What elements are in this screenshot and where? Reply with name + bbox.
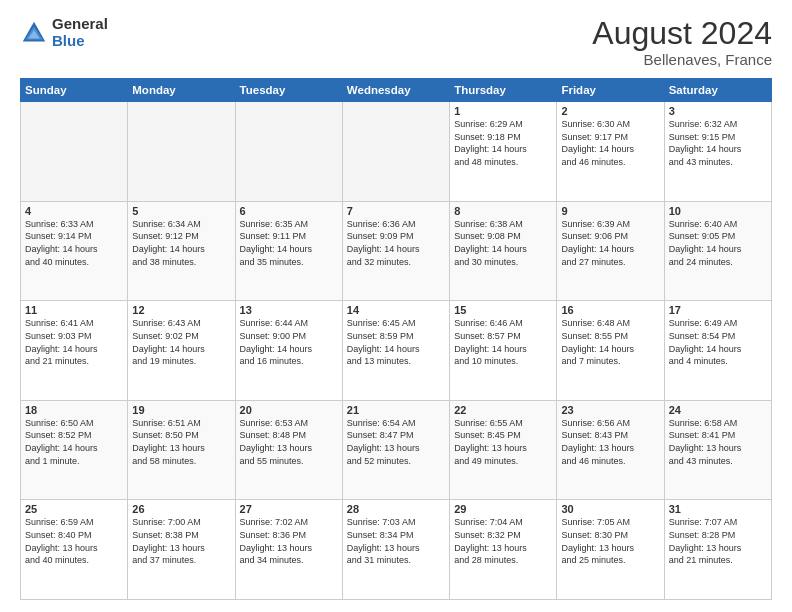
- table-row: 13Sunrise: 6:44 AMSunset: 9:00 PMDayligh…: [235, 301, 342, 401]
- day-number: 12: [132, 304, 230, 316]
- calendar-week-row: 1Sunrise: 6:29 AMSunset: 9:18 PMDaylight…: [21, 102, 772, 202]
- day-info: Sunrise: 6:44 AMSunset: 9:00 PMDaylight:…: [240, 317, 338, 367]
- day-number: 21: [347, 404, 445, 416]
- table-row: 24Sunrise: 6:58 AMSunset: 8:41 PMDayligh…: [664, 400, 771, 500]
- day-info: Sunrise: 7:02 AMSunset: 8:36 PMDaylight:…: [240, 516, 338, 566]
- calendar-week-row: 18Sunrise: 6:50 AMSunset: 8:52 PMDayligh…: [21, 400, 772, 500]
- day-number: 10: [669, 205, 767, 217]
- day-number: 29: [454, 503, 552, 515]
- day-number: 30: [561, 503, 659, 515]
- day-number: 19: [132, 404, 230, 416]
- table-row: 20Sunrise: 6:53 AMSunset: 8:48 PMDayligh…: [235, 400, 342, 500]
- table-row: 2Sunrise: 6:30 AMSunset: 9:17 PMDaylight…: [557, 102, 664, 202]
- table-row: 29Sunrise: 7:04 AMSunset: 8:32 PMDayligh…: [450, 500, 557, 600]
- table-row: 31Sunrise: 7:07 AMSunset: 8:28 PMDayligh…: [664, 500, 771, 600]
- table-row: 23Sunrise: 6:56 AMSunset: 8:43 PMDayligh…: [557, 400, 664, 500]
- table-row: 3Sunrise: 6:32 AMSunset: 9:15 PMDaylight…: [664, 102, 771, 202]
- day-info: Sunrise: 6:56 AMSunset: 8:43 PMDaylight:…: [561, 417, 659, 467]
- col-wednesday: Wednesday: [342, 79, 449, 102]
- col-tuesday: Tuesday: [235, 79, 342, 102]
- day-number: 22: [454, 404, 552, 416]
- day-number: 13: [240, 304, 338, 316]
- day-number: 8: [454, 205, 552, 217]
- logo-text: General Blue: [52, 16, 108, 49]
- col-saturday: Saturday: [664, 79, 771, 102]
- day-number: 7: [347, 205, 445, 217]
- table-row: 17Sunrise: 6:49 AMSunset: 8:54 PMDayligh…: [664, 301, 771, 401]
- table-row: [235, 102, 342, 202]
- table-row: 7Sunrise: 6:36 AMSunset: 9:09 PMDaylight…: [342, 201, 449, 301]
- day-number: 20: [240, 404, 338, 416]
- table-row: [128, 102, 235, 202]
- page: General Blue August 2024 Bellenaves, Fra…: [0, 0, 792, 612]
- day-info: Sunrise: 6:54 AMSunset: 8:47 PMDaylight:…: [347, 417, 445, 467]
- day-info: Sunrise: 6:48 AMSunset: 8:55 PMDaylight:…: [561, 317, 659, 367]
- location-subtitle: Bellenaves, France: [592, 51, 772, 68]
- table-row: 27Sunrise: 7:02 AMSunset: 8:36 PMDayligh…: [235, 500, 342, 600]
- table-row: 30Sunrise: 7:05 AMSunset: 8:30 PMDayligh…: [557, 500, 664, 600]
- day-info: Sunrise: 6:36 AMSunset: 9:09 PMDaylight:…: [347, 218, 445, 268]
- day-info: Sunrise: 7:05 AMSunset: 8:30 PMDaylight:…: [561, 516, 659, 566]
- day-number: 2: [561, 105, 659, 117]
- table-row: 1Sunrise: 6:29 AMSunset: 9:18 PMDaylight…: [450, 102, 557, 202]
- table-row: 15Sunrise: 6:46 AMSunset: 8:57 PMDayligh…: [450, 301, 557, 401]
- calendar-table: Sunday Monday Tuesday Wednesday Thursday…: [20, 78, 772, 600]
- day-number: 23: [561, 404, 659, 416]
- day-info: Sunrise: 6:40 AMSunset: 9:05 PMDaylight:…: [669, 218, 767, 268]
- day-number: 27: [240, 503, 338, 515]
- table-row: 14Sunrise: 6:45 AMSunset: 8:59 PMDayligh…: [342, 301, 449, 401]
- title-block: August 2024 Bellenaves, France: [592, 16, 772, 68]
- day-number: 26: [132, 503, 230, 515]
- day-number: 1: [454, 105, 552, 117]
- day-info: Sunrise: 6:30 AMSunset: 9:17 PMDaylight:…: [561, 118, 659, 168]
- table-row: 4Sunrise: 6:33 AMSunset: 9:14 PMDaylight…: [21, 201, 128, 301]
- calendar-week-row: 4Sunrise: 6:33 AMSunset: 9:14 PMDaylight…: [21, 201, 772, 301]
- logo-icon: [20, 19, 48, 47]
- day-number: 28: [347, 503, 445, 515]
- table-row: 26Sunrise: 7:00 AMSunset: 8:38 PMDayligh…: [128, 500, 235, 600]
- calendar-week-row: 25Sunrise: 6:59 AMSunset: 8:40 PMDayligh…: [21, 500, 772, 600]
- calendar-header-row: Sunday Monday Tuesday Wednesday Thursday…: [21, 79, 772, 102]
- day-info: Sunrise: 6:45 AMSunset: 8:59 PMDaylight:…: [347, 317, 445, 367]
- day-number: 5: [132, 205, 230, 217]
- main-title: August 2024: [592, 16, 772, 51]
- table-row: 25Sunrise: 6:59 AMSunset: 8:40 PMDayligh…: [21, 500, 128, 600]
- day-number: 15: [454, 304, 552, 316]
- day-info: Sunrise: 6:32 AMSunset: 9:15 PMDaylight:…: [669, 118, 767, 168]
- day-number: 3: [669, 105, 767, 117]
- day-info: Sunrise: 6:38 AMSunset: 9:08 PMDaylight:…: [454, 218, 552, 268]
- table-row: 11Sunrise: 6:41 AMSunset: 9:03 PMDayligh…: [21, 301, 128, 401]
- day-info: Sunrise: 6:35 AMSunset: 9:11 PMDaylight:…: [240, 218, 338, 268]
- day-info: Sunrise: 6:58 AMSunset: 8:41 PMDaylight:…: [669, 417, 767, 467]
- header: General Blue August 2024 Bellenaves, Fra…: [20, 16, 772, 68]
- table-row: 8Sunrise: 6:38 AMSunset: 9:08 PMDaylight…: [450, 201, 557, 301]
- table-row: 16Sunrise: 6:48 AMSunset: 8:55 PMDayligh…: [557, 301, 664, 401]
- logo-blue-text: Blue: [52, 33, 108, 50]
- table-row: 22Sunrise: 6:55 AMSunset: 8:45 PMDayligh…: [450, 400, 557, 500]
- table-row: 6Sunrise: 6:35 AMSunset: 9:11 PMDaylight…: [235, 201, 342, 301]
- day-number: 11: [25, 304, 123, 316]
- day-info: Sunrise: 6:41 AMSunset: 9:03 PMDaylight:…: [25, 317, 123, 367]
- day-number: 14: [347, 304, 445, 316]
- logo-general-text: General: [52, 16, 108, 33]
- day-info: Sunrise: 6:29 AMSunset: 9:18 PMDaylight:…: [454, 118, 552, 168]
- day-info: Sunrise: 7:00 AMSunset: 8:38 PMDaylight:…: [132, 516, 230, 566]
- col-friday: Friday: [557, 79, 664, 102]
- day-number: 6: [240, 205, 338, 217]
- day-info: Sunrise: 6:46 AMSunset: 8:57 PMDaylight:…: [454, 317, 552, 367]
- table-row: 5Sunrise: 6:34 AMSunset: 9:12 PMDaylight…: [128, 201, 235, 301]
- logo: General Blue: [20, 16, 108, 49]
- day-info: Sunrise: 6:33 AMSunset: 9:14 PMDaylight:…: [25, 218, 123, 268]
- day-info: Sunrise: 6:59 AMSunset: 8:40 PMDaylight:…: [25, 516, 123, 566]
- day-number: 25: [25, 503, 123, 515]
- table-row: 19Sunrise: 6:51 AMSunset: 8:50 PMDayligh…: [128, 400, 235, 500]
- calendar-week-row: 11Sunrise: 6:41 AMSunset: 9:03 PMDayligh…: [21, 301, 772, 401]
- day-info: Sunrise: 6:51 AMSunset: 8:50 PMDaylight:…: [132, 417, 230, 467]
- day-number: 31: [669, 503, 767, 515]
- day-info: Sunrise: 7:07 AMSunset: 8:28 PMDaylight:…: [669, 516, 767, 566]
- table-row: 28Sunrise: 7:03 AMSunset: 8:34 PMDayligh…: [342, 500, 449, 600]
- table-row: 10Sunrise: 6:40 AMSunset: 9:05 PMDayligh…: [664, 201, 771, 301]
- day-info: Sunrise: 6:39 AMSunset: 9:06 PMDaylight:…: [561, 218, 659, 268]
- table-row: 9Sunrise: 6:39 AMSunset: 9:06 PMDaylight…: [557, 201, 664, 301]
- table-row: 21Sunrise: 6:54 AMSunset: 8:47 PMDayligh…: [342, 400, 449, 500]
